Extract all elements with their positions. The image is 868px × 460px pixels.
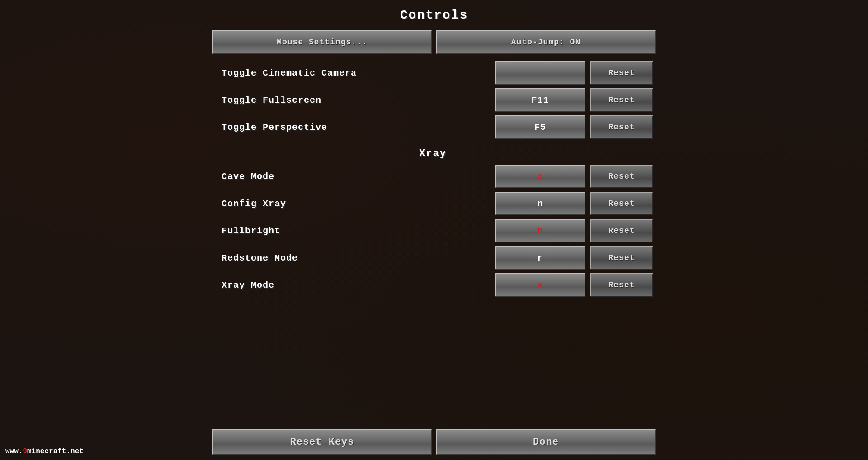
controls-area: Toggle Cinematic Camera Reset Toggle Ful… xyxy=(212,61,656,423)
table-row: Fullbright h Reset xyxy=(212,219,653,242)
control-label-toggle-fullscreen: Toggle Fullscreen xyxy=(212,95,495,105)
reset-button-cave-mode[interactable]: Reset xyxy=(590,165,653,188)
controls-scroll[interactable]: Toggle Cinematic Camera Reset Toggle Ful… xyxy=(212,61,656,423)
table-row: Toggle Fullscreen F11 Reset xyxy=(212,88,653,112)
reset-button-toggle-perspective[interactable]: Reset xyxy=(590,115,653,139)
done-button[interactable]: Done xyxy=(436,429,656,455)
page-title: Controls xyxy=(400,8,468,22)
control-label-cave-mode: Cave Mode xyxy=(212,171,495,182)
control-label-xray-mode: Xray Mode xyxy=(212,280,495,290)
table-row: Redstone Mode r Reset xyxy=(212,246,653,270)
control-label-fullbright: Fullbright xyxy=(212,226,495,236)
key-button-config-xray[interactable]: n xyxy=(495,192,585,215)
table-row: Toggle Perspective F5 Reset xyxy=(212,115,653,139)
table-row: Xray Mode x Reset xyxy=(212,273,653,297)
reset-button-config-xray[interactable]: Reset xyxy=(590,192,653,215)
key-button-toggle-cinematic[interactable] xyxy=(495,61,585,85)
reset-button-redstone-mode[interactable]: Reset xyxy=(590,246,653,270)
control-label-redstone-mode: Redstone Mode xyxy=(212,253,495,263)
top-buttons-row: Mouse Settings... Auto-Jump: ON xyxy=(212,30,656,54)
table-row: Cave Mode c Reset xyxy=(212,165,653,188)
table-row: Toggle Cinematic Camera Reset xyxy=(212,61,653,85)
table-row: Config Xray n Reset xyxy=(212,192,653,215)
key-button-fullbright[interactable]: h xyxy=(495,219,585,242)
key-button-cave-mode[interactable]: c xyxy=(495,165,585,188)
reset-button-toggle-cinematic[interactable]: Reset xyxy=(590,61,653,85)
control-label-toggle-cinematic: Toggle Cinematic Camera xyxy=(212,68,495,78)
section-header-xray: Xray xyxy=(212,148,653,159)
auto-jump-button[interactable]: Auto-Jump: ON xyxy=(436,30,656,54)
control-label-toggle-perspective: Toggle Perspective xyxy=(212,122,495,133)
key-button-xray-mode[interactable]: x xyxy=(495,273,585,297)
key-button-toggle-perspective[interactable]: F5 xyxy=(495,115,585,139)
bottom-buttons-row: Reset Keys Done xyxy=(212,423,656,460)
reset-button-xray-mode[interactable]: Reset xyxy=(590,273,653,297)
mouse-settings-button[interactable]: Mouse Settings... xyxy=(212,30,432,54)
reset-button-toggle-fullscreen[interactable]: Reset xyxy=(590,88,653,112)
key-button-toggle-fullscreen[interactable]: F11 xyxy=(495,88,585,112)
control-label-config-xray: Config Xray xyxy=(212,199,495,209)
key-button-redstone-mode[interactable]: r xyxy=(495,246,585,270)
reset-button-fullbright[interactable]: Reset xyxy=(590,219,653,242)
reset-keys-button[interactable]: Reset Keys xyxy=(212,429,432,455)
main-content: Controls Mouse Settings... Auto-Jump: ON… xyxy=(0,0,868,460)
